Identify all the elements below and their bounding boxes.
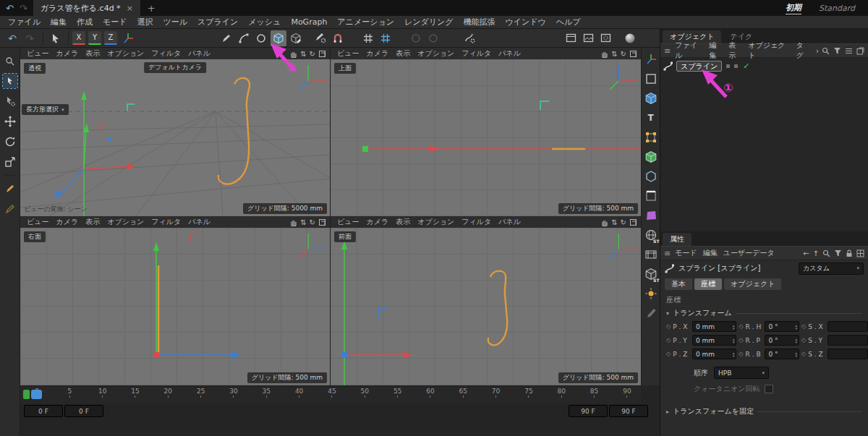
om-menu-object[interactable]: オブジェクト	[745, 40, 793, 61]
visibility-dot[interactable]	[734, 64, 738, 68]
axis-x-button[interactable]: X	[72, 31, 85, 45]
sy-input[interactable]	[827, 335, 868, 346]
px-input[interactable]: 0 mm▴▾	[692, 321, 737, 332]
transform-group-header[interactable]: ▾ トランスフォーム	[660, 306, 868, 320]
pan-hand-icon[interactable]	[600, 50, 608, 58]
vp-menu-camera[interactable]: カメラ	[52, 216, 82, 228]
pan-hand-icon[interactable]	[600, 218, 608, 226]
disabled-tool-icon[interactable]	[408, 30, 424, 46]
tab-basic[interactable]: 基本	[665, 278, 692, 290]
panel-export-icon[interactable]	[856, 47, 864, 55]
live-selection-tool-icon[interactable]	[3, 74, 17, 88]
menu-mograph[interactable]: MoGraph	[286, 16, 332, 28]
orbit-icon[interactable]: ↻	[310, 218, 315, 226]
render-settings-icon[interactable]	[597, 30, 613, 46]
texture-mode-icon[interactable]: T	[644, 111, 658, 125]
vp-menu-options[interactable]: オプション	[103, 48, 148, 59]
vp-menu-panel[interactable]: パネル	[184, 48, 214, 59]
start-frame-field[interactable]: 0 F	[24, 405, 63, 417]
undo-icon[interactable]: ↶	[6, 4, 14, 13]
key-diamond-icon[interactable]: ◇	[739, 337, 743, 343]
search-icon[interactable]	[822, 47, 830, 55]
magnet-tool-icon[interactable]	[330, 30, 346, 46]
timeline-panel-icon[interactable]	[644, 247, 658, 262]
menu-rendering[interactable]: レンダリング	[399, 15, 459, 29]
spinner-icon[interactable]: ▴▾	[731, 324, 735, 330]
vp-menu-options[interactable]: オプション	[414, 48, 458, 59]
ngon-mode-icon[interactable]	[644, 169, 658, 184]
axis-z-button[interactable]: Z	[104, 31, 117, 45]
vp-menu-panel[interactable]: パネル	[184, 216, 214, 228]
om-menu-file[interactable]: ファイル	[672, 40, 706, 61]
world-axis-icon[interactable]	[644, 52, 658, 67]
undo-tool-icon[interactable]: ↶	[4, 30, 20, 46]
parent-up-icon[interactable]: ↑	[813, 249, 819, 257]
orbit-icon[interactable]: ↻	[621, 50, 626, 58]
menu-spline[interactable]: スプライン	[192, 15, 243, 29]
maximize-view-icon[interactable]	[318, 50, 326, 58]
hamburger-icon[interactable]: ≡	[664, 46, 671, 56]
timeline-start-marker[interactable]	[23, 390, 30, 399]
pen-tool-icon[interactable]	[3, 181, 17, 196]
vp-menu-options[interactable]: オプション	[103, 216, 148, 228]
sx-input[interactable]	[827, 321, 868, 332]
move-tool-icon[interactable]	[3, 114, 17, 129]
object-list[interactable]: スプライン ✓	[660, 58, 868, 231]
dolly-icon[interactable]: ⇅	[300, 50, 306, 58]
uvw-tag-icon[interactable]: ST	[644, 267, 658, 281]
edge-mode-icon[interactable]	[644, 189, 658, 203]
vp-menu-camera[interactable]: カメラ	[362, 48, 392, 59]
mesh-mode-icon[interactable]	[644, 150, 658, 164]
viewport-right[interactable]: 右面 グリッド間隔: 500 mm	[20, 228, 331, 385]
simulate-sphere-icon[interactable]	[622, 30, 638, 46]
model-mode-icon[interactable]	[644, 72, 658, 86]
render-picture-icon[interactable]	[580, 30, 596, 46]
dolly-icon[interactable]: ⇅	[300, 218, 306, 226]
redo-icon[interactable]: ↷	[20, 4, 27, 13]
vp-menu-view[interactable]: ビュー	[333, 216, 362, 228]
menu-tools[interactable]: ツール	[158, 15, 193, 29]
history-back-icon[interactable]: ←	[803, 249, 809, 257]
render-view-icon[interactable]	[563, 30, 579, 46]
om-menu-overflow[interactable]: ›	[813, 46, 822, 56]
viewport-top[interactable]: 上面 グリッド間隔: 500 mm	[331, 59, 641, 216]
snap-icon[interactable]	[378, 30, 393, 46]
vp-menu-view[interactable]: ビュー	[333, 48, 362, 59]
list-icon[interactable]	[845, 47, 853, 55]
filter-icon[interactable]	[834, 249, 842, 257]
menu-file[interactable]: ファイル	[3, 15, 46, 29]
key-diamond-icon[interactable]: ◇	[739, 351, 743, 357]
freeze-transform-group-header[interactable]: ▸ トランスフォームを固定	[660, 404, 868, 418]
key-diamond-icon[interactable]: ◇	[739, 323, 743, 330]
selection-tool-icon[interactable]	[47, 30, 63, 46]
vp-menu-options[interactable]: オプション	[414, 216, 458, 228]
vp-menu-filter[interactable]: フィルタ	[148, 48, 184, 59]
vp-menu-display[interactable]: 表示	[82, 216, 103, 228]
om-menu-tag[interactable]: タグ	[793, 40, 813, 61]
menu-mesh[interactable]: メッシュ	[243, 15, 286, 29]
spinner-icon[interactable]: ▴▾	[731, 338, 735, 343]
current-frame-field[interactable]: 0 F	[64, 405, 103, 417]
preset-dropdown[interactable]: カスタム▾	[799, 262, 864, 275]
hamburger-icon[interactable]: ≡	[664, 249, 671, 258]
spinner-icon[interactable]: ▴▾	[731, 351, 735, 357]
tab-attributes[interactable]: 属性	[663, 233, 692, 246]
search-icon[interactable]	[3, 54, 17, 68]
vp-menu-panel[interactable]: パネル	[495, 48, 524, 59]
grid-panel-icon[interactable]	[856, 249, 864, 257]
end-frame-field2[interactable]: 90 F	[609, 405, 648, 417]
orbit-icon[interactable]: ↻	[621, 218, 626, 226]
sketch-tool-icon[interactable]	[3, 202, 17, 216]
maximize-view-icon[interactable]	[629, 218, 637, 226]
spline-arc-icon[interactable]	[236, 30, 252, 46]
disabled-tool2-icon[interactable]	[425, 30, 441, 46]
menu-create[interactable]: 作成	[72, 15, 98, 29]
dolly-icon[interactable]: ⇅	[611, 218, 617, 226]
spinner-icon[interactable]: ▴▾	[793, 351, 798, 357]
key-diamond-icon[interactable]: ◇	[801, 337, 806, 343]
search-icon[interactable]	[822, 249, 830, 257]
menu-window[interactable]: ウインドウ	[500, 15, 550, 29]
spline-smooth-gear-icon[interactable]	[461, 30, 477, 46]
py-input[interactable]: 0 mm▴▾	[692, 335, 737, 346]
points-mode-icon[interactable]	[644, 130, 658, 145]
